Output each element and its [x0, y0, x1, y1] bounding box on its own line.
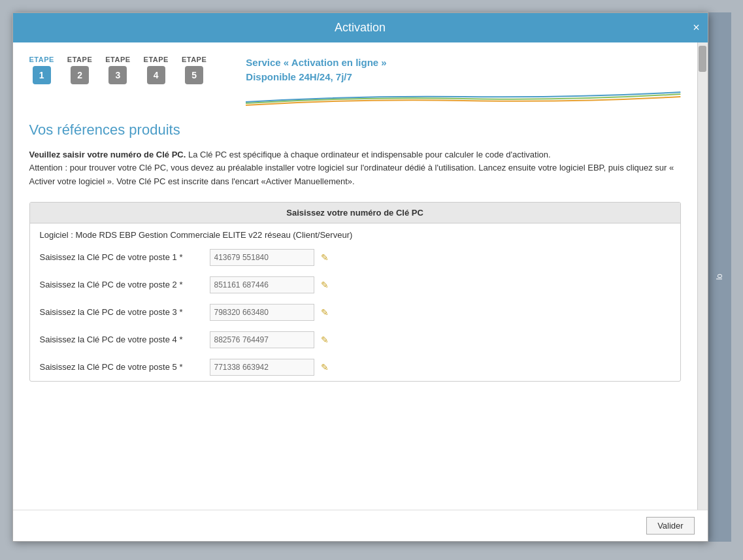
edit-icon-3[interactable]: ✎	[321, 307, 329, 318]
steps-list: ETAPE 1 ETAPE 2 ETAPE 3 ETAPE	[29, 56, 207, 84]
step-1-number: 1	[33, 66, 51, 84]
right-scrollbar[interactable]	[697, 42, 708, 510]
cle-pc-input-3[interactable]	[210, 304, 314, 321]
activation-modal: Activation × ETAPE 1 ETAPE 2	[12, 12, 708, 542]
form-label-5: Saisissez la Clé PC de votre poste 5 *	[40, 362, 203, 372]
modal-footer: Valider	[13, 510, 708, 541]
step-5[interactable]: ETAPE 5	[182, 56, 206, 84]
step-1-label: ETAPE	[29, 56, 54, 63]
form-label-3: Saisissez la Clé PC de votre poste 3 *	[40, 307, 203, 317]
edit-icon-4[interactable]: ✎	[321, 335, 329, 345]
edit-icon-2[interactable]: ✎	[321, 280, 329, 290]
cle-pc-input-1[interactable]	[210, 249, 314, 266]
main-content: ETAPE 1 ETAPE 2 ETAPE 3 ETAPE	[13, 42, 697, 510]
step-3-number: 3	[108, 66, 127, 84]
cle-pc-input-5[interactable]	[210, 359, 314, 376]
modal-header: Activation ×	[13, 13, 708, 42]
form-row-3: Saisissez la Clé PC de votre poste 3 * ✎	[30, 299, 680, 326]
step-1[interactable]: ETAPE 1	[29, 56, 54, 84]
form-label-2: Saisissez la Clé PC de votre poste 2 *	[40, 280, 203, 289]
step-4-label: ETAPE	[144, 56, 169, 63]
form-box: Saisissez votre numéro de Clé PC Logicie…	[29, 202, 681, 382]
form-row-2: Saisissez la Clé PC de votre poste 2 * ✎	[30, 271, 680, 299]
service-lines	[246, 89, 680, 108]
step-4[interactable]: ETAPE 4	[144, 56, 169, 84]
description-text1: La Clé PC est spécifique à chaque ordina…	[186, 150, 550, 159]
form-label-4: Saisissez la Clé PC de votre poste 4 *	[40, 335, 203, 344]
product-label: Logiciel : Mode RDS EBP Gestion Commerci…	[30, 223, 680, 244]
step-2[interactable]: ETAPE 2	[67, 56, 92, 84]
step-2-label: ETAPE	[67, 56, 92, 63]
side-panel: lo	[708, 12, 731, 542]
step-4-number: 4	[147, 66, 165, 84]
step-3[interactable]: ETAPE 3	[105, 56, 130, 84]
form-label-1: Saisissez la Clé PC de votre poste 1 *	[40, 252, 203, 262]
form-row-1: Saisissez la Clé PC de votre poste 1 * ✎	[30, 244, 680, 271]
form-box-header: Saisissez votre numéro de Clé PC	[30, 203, 680, 223]
service-info: Service « Activation en ligne » Disponib…	[246, 56, 680, 108]
edit-icon-1[interactable]: ✎	[321, 252, 329, 263]
form-row-5: Saisissez la Clé PC de votre poste 5 * ✎	[30, 354, 680, 381]
edit-icon-5[interactable]: ✎	[321, 362, 329, 372]
form-box-inner: Logiciel : Mode RDS EBP Gestion Commerci…	[30, 223, 680, 381]
cle-pc-input-4[interactable]	[210, 331, 314, 348]
close-button[interactable]: ×	[693, 22, 700, 33]
step-5-label: ETAPE	[182, 56, 206, 63]
modal-title: Activation	[335, 21, 386, 35]
description-bold: Veuillez saisir votre numéro de Clé PC.	[29, 150, 186, 159]
steps-area: ETAPE 1 ETAPE 2 ETAPE 3 ETAPE	[29, 56, 681, 108]
description-text2: Attention : pour trouver votre Clé PC, v…	[29, 161, 681, 189]
description: Veuillez saisir votre numéro de Clé PC. …	[29, 148, 681, 189]
validate-button[interactable]: Valider	[646, 517, 695, 535]
step-3-label: ETAPE	[105, 56, 130, 63]
service-text: Service « Activation en ligne » Disponib…	[246, 56, 680, 85]
section-title: Vos références produits	[29, 122, 681, 139]
step-5-number: 5	[185, 66, 203, 84]
modal-body: ETAPE 1 ETAPE 2 ETAPE 3 ETAPE	[13, 42, 708, 510]
form-row-4: Saisissez la Clé PC de votre poste 4 * ✎	[30, 326, 680, 354]
scrollbar-thumb[interactable]	[699, 46, 706, 72]
step-2-number: 2	[71, 66, 89, 84]
side-panel-text: lo	[715, 274, 724, 280]
cle-pc-input-2[interactable]	[210, 276, 314, 293]
